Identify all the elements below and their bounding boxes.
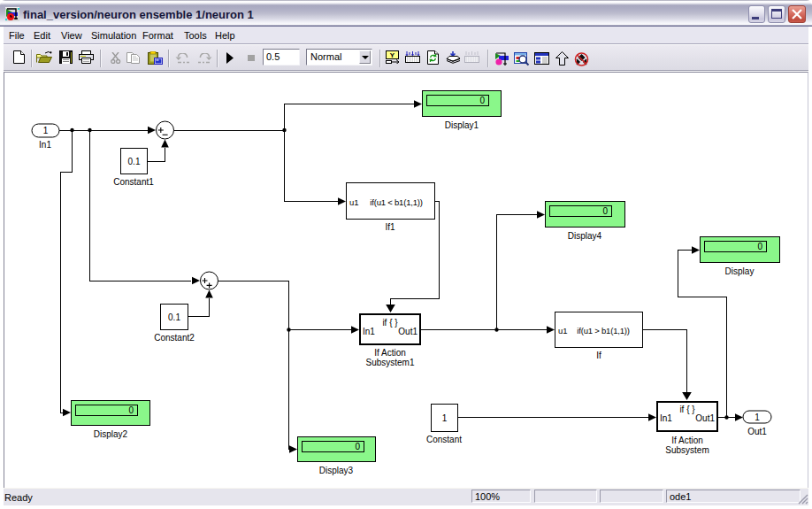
- svg-text:Y: Y: [390, 51, 395, 59]
